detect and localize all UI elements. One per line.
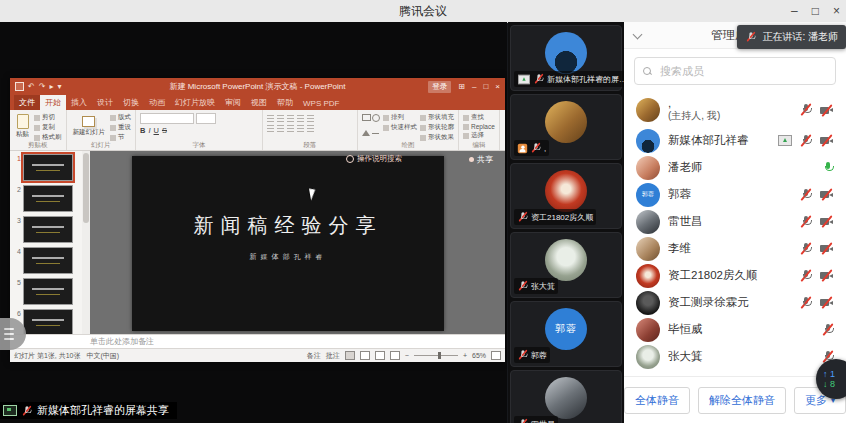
member-search[interactable] [634,57,836,85]
slide-thumbnail[interactable]: 2 [12,185,80,212]
ribbon-mini-button[interactable]: 形状轮廓 [420,123,454,132]
camera-status-icon[interactable] [820,270,834,281]
video-tile[interactable]: , [510,94,622,160]
zoom-slider[interactable] [414,355,458,356]
footer-button[interactable]: 解除全体静音▾ [698,387,786,414]
numbering-icon[interactable] [277,115,284,122]
camera-status-icon[interactable] [820,135,834,146]
ribbon-tab[interactable]: 设计 [92,95,118,110]
maximize-button[interactable]: □ [812,0,819,22]
camera-status-icon[interactable] [820,105,834,116]
ppt-signin-button[interactable]: 登录 [428,81,451,93]
slide-thumbnail-image[interactable] [23,185,73,212]
slide-thumbnail-image[interactable] [23,278,73,305]
slide-sorter-view-icon[interactable] [360,351,370,360]
paste-button[interactable]: 粘贴 [14,112,31,141]
member-row[interactable]: 张大箕 [636,343,834,370]
slide-thumbnail-image[interactable] [23,216,73,243]
member-row[interactable]: 毕恒威 [636,316,834,343]
member-row[interactable]: 李维 [636,235,834,262]
camera-status-icon[interactable] [820,297,834,308]
start-slideshow-icon[interactable]: ▸ [49,82,53,91]
ppt-close-button[interactable]: × [495,82,500,91]
minimize-button[interactable]: – [791,0,798,22]
slide-thumbnail-image[interactable] [23,154,73,181]
bullets-icon[interactable] [267,115,274,122]
ribbon-mini-button[interactable]: 重设 [110,123,131,132]
footer-button[interactable]: 全体静音▾ [624,387,690,414]
ribbon-tab[interactable]: 插入 [66,95,92,110]
columns-icon[interactable] [307,125,314,132]
mic-status-icon[interactable] [800,242,812,256]
camera-status-icon[interactable] [820,216,834,227]
align-right-icon[interactable] [287,125,294,132]
undo-icon[interactable]: ↶ [28,82,35,91]
member-row[interactable]: , (主持人, 我) [636,93,834,127]
member-row[interactable]: 郭蓉 郭蓉 [636,181,834,208]
slide-thumbnail[interactable]: 5 [12,278,80,305]
notes-toggle[interactable]: 备注 [307,351,321,361]
mic-status-icon[interactable] [800,215,812,229]
ribbon-tab[interactable]: 审阅 [220,95,246,110]
font-style-button[interactable]: U [154,126,159,135]
ribbon-mini-button[interactable]: 复制 [34,123,62,132]
ribbon-tab[interactable]: WPS PDF [298,97,344,110]
thumbnail-scrollbar[interactable] [82,151,90,334]
ribbon-mini-button[interactable]: Replace [463,123,495,130]
ppt-share-button[interactable]: 共享 [461,152,501,167]
ribbon-mini-button[interactable]: 版式 [110,113,131,122]
font-style-button[interactable]: S [162,126,167,135]
slide-thumbnail[interactable]: 1 [12,154,80,181]
font-name-select[interactable] [140,113,194,124]
member-row[interactable]: 资工21802房久顺 [636,262,834,289]
ppt-restore-button[interactable]: □ [483,82,488,91]
zoom-level[interactable]: 65% [472,352,486,359]
new-slide-button[interactable]: 新建幻灯片 [71,112,108,141]
slideshow-view-icon[interactable] [390,351,400,360]
normal-view-icon[interactable] [345,351,355,360]
ribbon-mini-button[interactable]: 快速样式 [383,123,417,132]
ribbon-mini-button[interactable]: 排列 [383,113,417,122]
align-center-icon[interactable] [277,125,284,132]
comments-toggle[interactable]: 批注 [326,351,340,361]
video-tile[interactable]: 郭蓉 郭蓉 [510,301,622,367]
zoom-in-button[interactable]: + [463,352,467,359]
shapes-gallery[interactable] [362,112,380,141]
ribbon-mini-button[interactable]: 形状填充 [420,113,454,122]
language-indicator[interactable]: 中文(中国) [87,351,120,361]
reading-view-icon[interactable] [375,351,385,360]
chevron-down-icon[interactable] [633,30,643,40]
slide-thumbnail[interactable]: 3 [12,216,80,243]
member-row[interactable]: 新媒体部孔祥睿 [636,127,834,154]
ribbon-tab[interactable]: 开始 [40,95,66,110]
camera-status-icon[interactable] [820,189,834,200]
ribbon-tab[interactable]: 动画 [144,95,170,110]
mic-status-icon[interactable] [800,296,812,310]
ribbon-tab[interactable]: 文件 [14,95,40,110]
member-row[interactable]: 资工测录徐霖元 [636,289,834,316]
ribbon-tab[interactable]: 帮助 [272,95,298,110]
video-tile[interactable]: 新媒体部孔祥睿的屏… [510,25,622,91]
close-button[interactable]: × [833,0,840,22]
ribbon-mini-button[interactable]: 剪切 [34,113,62,122]
zoom-out-button[interactable]: − [405,352,409,359]
tell-me-search[interactable]: 操作说明搜索 [340,152,408,166]
align-left-icon[interactable] [267,125,274,132]
ribbon-tab[interactable]: 视图 [246,95,272,110]
video-tile[interactable]: 雷世昌 [510,370,622,423]
qat-dropdown-icon[interactable]: ▾ [57,82,61,91]
notes-pane[interactable]: 单击此处添加备注 [10,334,505,348]
font-style-button[interactable]: I [148,126,150,135]
current-slide[interactable]: 新闻稿经验分享 新媒体部孔祥睿 [132,156,444,331]
member-row[interactable]: 潘老师 [636,154,834,181]
justify-icon[interactable] [297,125,304,132]
search-input[interactable] [658,64,827,78]
member-row[interactable]: 雷世昌 [636,208,834,235]
text-direction-icon[interactable] [307,115,314,122]
ppt-minimize-button[interactable]: – [472,82,476,91]
slide-thumbnail-image[interactable] [23,247,73,274]
video-tile[interactable]: 张大箕 [510,232,622,298]
font-style-button[interactable]: B [140,126,145,135]
mic-status-icon[interactable] [800,134,812,148]
fit-to-window-icon[interactable] [491,351,501,360]
